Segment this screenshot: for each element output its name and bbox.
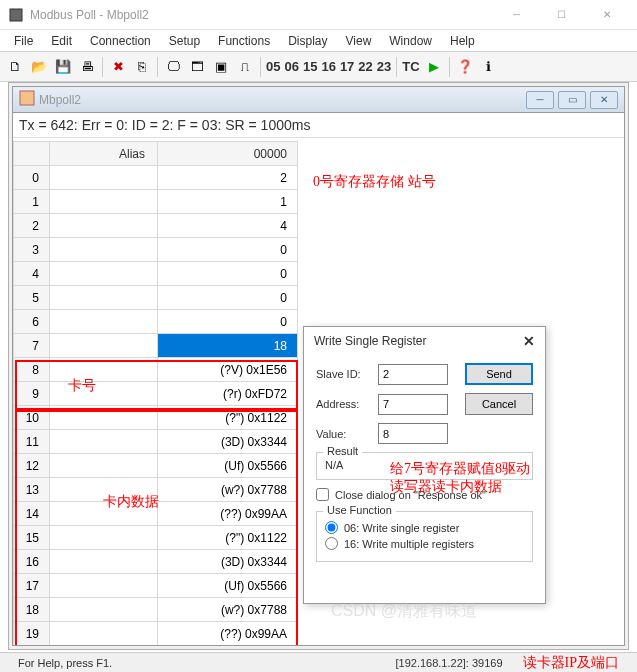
- fn-23[interactable]: 23: [376, 59, 392, 74]
- row-header[interactable]: 18: [14, 598, 50, 622]
- cell-value[interactable]: (3D) 0x3344: [158, 550, 298, 574]
- tool-print[interactable]: 🖶: [76, 56, 98, 78]
- value-input[interactable]: [378, 423, 448, 444]
- row-header[interactable]: 14: [14, 502, 50, 526]
- table-row[interactable]: 10(?") 0x1122: [14, 406, 298, 430]
- menu-window[interactable]: Window: [381, 32, 440, 50]
- cell-alias[interactable]: [50, 334, 158, 358]
- row-header[interactable]: 13: [14, 478, 50, 502]
- table-row[interactable]: 19(??) 0x99AA: [14, 622, 298, 646]
- cell-alias[interactable]: [50, 406, 158, 430]
- tool-log[interactable]: 🗔: [186, 56, 208, 78]
- row-header[interactable]: 6: [14, 310, 50, 334]
- close-on-ok-checkbox[interactable]: [316, 488, 329, 501]
- table-row[interactable]: 8(?V) 0x1E56: [14, 358, 298, 382]
- cell-value[interactable]: (??) 0x99AA: [158, 622, 298, 646]
- row-header[interactable]: 7: [14, 334, 50, 358]
- table-row[interactable]: 718: [14, 334, 298, 358]
- minimize-button[interactable]: ─: [494, 1, 539, 29]
- table-row[interactable]: 60: [14, 310, 298, 334]
- table-row[interactable]: 02: [14, 166, 298, 190]
- cell-alias[interactable]: [50, 190, 158, 214]
- tool-new[interactable]: 🗋: [4, 56, 26, 78]
- fn-15[interactable]: 15: [302, 59, 318, 74]
- row-header[interactable]: 3: [14, 238, 50, 262]
- row-header[interactable]: 10: [14, 406, 50, 430]
- cell-alias[interactable]: [50, 286, 158, 310]
- cell-alias[interactable]: [50, 478, 158, 502]
- tool-help-icon[interactable]: ❓: [454, 56, 476, 78]
- menu-functions[interactable]: Functions: [210, 32, 278, 50]
- cell-alias[interactable]: [50, 382, 158, 406]
- menu-help[interactable]: Help: [442, 32, 483, 50]
- table-row[interactable]: 17(Uf) 0x5566: [14, 574, 298, 598]
- row-header[interactable]: 9: [14, 382, 50, 406]
- close-button[interactable]: ✕: [584, 1, 629, 29]
- fn-22[interactable]: 22: [357, 59, 373, 74]
- row-header[interactable]: 1: [14, 190, 50, 214]
- cell-value[interactable]: 1: [158, 190, 298, 214]
- row-header[interactable]: 15: [14, 526, 50, 550]
- menu-setup[interactable]: Setup: [161, 32, 208, 50]
- table-row[interactable]: 18(w?) 0x7788: [14, 598, 298, 622]
- cell-alias[interactable]: [50, 430, 158, 454]
- menu-file[interactable]: File: [6, 32, 41, 50]
- table-row[interactable]: 14(??) 0x99AA: [14, 502, 298, 526]
- cell-value[interactable]: 0: [158, 262, 298, 286]
- cell-value[interactable]: (?") 0x1122: [158, 406, 298, 430]
- cell-alias[interactable]: [50, 526, 158, 550]
- menu-edit[interactable]: Edit: [43, 32, 80, 50]
- child-minimize[interactable]: ─: [526, 91, 554, 109]
- table-row[interactable]: 16(3D) 0x3344: [14, 550, 298, 574]
- table-row[interactable]: 24: [14, 214, 298, 238]
- cell-value[interactable]: (3D) 0x3344: [158, 430, 298, 454]
- tool-open[interactable]: 📂: [28, 56, 50, 78]
- fn-05[interactable]: 05: [265, 59, 281, 74]
- cell-alias[interactable]: [50, 166, 158, 190]
- cell-value[interactable]: 18: [158, 334, 298, 358]
- address-input[interactable]: [378, 394, 448, 415]
- table-row[interactable]: 13(w?) 0x7788: [14, 478, 298, 502]
- row-header[interactable]: 8: [14, 358, 50, 382]
- maximize-button[interactable]: ☐: [539, 1, 584, 29]
- cancel-button[interactable]: Cancel: [465, 393, 533, 415]
- table-row[interactable]: 11: [14, 190, 298, 214]
- cell-value[interactable]: (?r) 0xFD72: [158, 382, 298, 406]
- cell-alias[interactable]: [50, 310, 158, 334]
- cell-alias[interactable]: [50, 622, 158, 646]
- cell-value[interactable]: (w?) 0x7788: [158, 478, 298, 502]
- table-row[interactable]: 11(3D) 0x3344: [14, 430, 298, 454]
- tool-copy[interactable]: ⎘: [131, 56, 153, 78]
- tool-whatsthis-icon[interactable]: ℹ: [478, 56, 500, 78]
- cell-alias[interactable]: [50, 238, 158, 262]
- tool-monitor[interactable]: 🖵: [162, 56, 184, 78]
- tool-run-icon[interactable]: ▶: [423, 56, 445, 78]
- cell-alias[interactable]: [50, 598, 158, 622]
- cell-value[interactable]: (w?) 0x7788: [158, 598, 298, 622]
- send-button[interactable]: Send: [465, 363, 533, 385]
- cell-alias[interactable]: [50, 550, 158, 574]
- cell-value[interactable]: (Uf) 0x5566: [158, 574, 298, 598]
- cell-value[interactable]: (?V) 0x1E56: [158, 358, 298, 382]
- cell-value[interactable]: 0: [158, 238, 298, 262]
- cell-value[interactable]: (??) 0x99AA: [158, 502, 298, 526]
- cell-value[interactable]: 0: [158, 310, 298, 334]
- tool-cut[interactable]: ✖: [107, 56, 129, 78]
- cell-alias[interactable]: [50, 502, 158, 526]
- cell-value[interactable]: 2: [158, 166, 298, 190]
- cell-alias[interactable]: [50, 262, 158, 286]
- menu-connection[interactable]: Connection: [82, 32, 159, 50]
- tool-pulse-icon[interactable]: ⎍: [234, 56, 256, 78]
- cell-value[interactable]: 4: [158, 214, 298, 238]
- fn06-radio[interactable]: [325, 521, 338, 534]
- cell-alias[interactable]: [50, 574, 158, 598]
- table-row[interactable]: 12(Uf) 0x5566: [14, 454, 298, 478]
- row-header[interactable]: 2: [14, 214, 50, 238]
- tool-connect[interactable]: ▣: [210, 56, 232, 78]
- child-maximize[interactable]: ▭: [558, 91, 586, 109]
- menu-view[interactable]: View: [338, 32, 380, 50]
- tool-tc[interactable]: TC: [401, 59, 420, 74]
- fn-06[interactable]: 06: [283, 59, 299, 74]
- cell-alias[interactable]: [50, 454, 158, 478]
- table-row[interactable]: 30: [14, 238, 298, 262]
